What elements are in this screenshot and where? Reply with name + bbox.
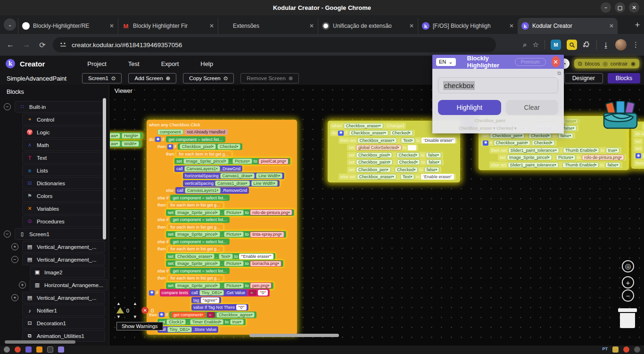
browser-tab[interactable]: Unificação de extensão✕ xyxy=(318,18,418,34)
block-row[interactable]: set xyxy=(634,138,643,145)
files-icon[interactable] xyxy=(58,346,64,353)
tab-close-icon[interactable]: ✕ xyxy=(109,23,114,29)
sidebar-item-component[interactable]: ♪Notifier1 xyxy=(22,305,105,316)
block-row[interactable]: setImage_Sprite_pincel.PicturetopixelCat… xyxy=(174,158,290,165)
block-row[interactable]: awWidth xyxy=(110,140,141,147)
browser-tab[interactable]: Extensões✕ xyxy=(218,18,318,34)
block-row[interactable]: thenfor each item in list get g... xyxy=(166,151,232,157)
expander-icon[interactable]: − xyxy=(4,103,11,110)
blocks-toggle-button[interactable]: Blocks xyxy=(608,73,640,83)
block-row[interactable]: thenfor each item in list get g... xyxy=(157,275,223,281)
tray-icon[interactable] xyxy=(612,346,619,353)
popout-icon[interactable]: ⧉ xyxy=(557,70,561,76)
block-row[interactable]: thensetSlider1_paint_tolerance.Thumb Ena… xyxy=(489,147,621,154)
block-row[interactable]: else ifget component = select list... xyxy=(157,268,230,274)
sidebar-item-component[interactable]: ▥Horizontal_Arrangeme... xyxy=(30,279,107,291)
tray-icon[interactable] xyxy=(623,346,629,353)
block-row[interactable]: tagagree xyxy=(191,297,221,304)
close-button[interactable]: ✕ xyxy=(629,2,639,13)
block-row[interactable]: setImage_Sprite_pincel.Picturetorolo-de-… xyxy=(498,154,626,161)
expander-icon[interactable]: + xyxy=(19,281,26,288)
block-row[interactable]: thenfor each item in list get g... xyxy=(157,202,223,208)
firefox-icon[interactable] xyxy=(36,346,42,353)
browser-tab[interactable]: MBlockly Highlighter Fir✕ xyxy=(118,18,218,34)
sidebar-item-text[interactable]: TText xyxy=(22,152,105,164)
block-row[interactable]: awHeight xyxy=(110,132,143,139)
block-group[interactable]: callTiny_DB1.Get Value xyxy=(190,289,247,296)
center-blocks-icon[interactable]: ◎ xyxy=(622,260,634,272)
sidebar-item-logic[interactable]: ♈Logic xyxy=(22,126,105,138)
block-row[interactable]: setImage_Sprite_pincel.Picturetotinta-sp… xyxy=(166,231,286,238)
tab-close-icon[interactable]: ✕ xyxy=(209,23,214,29)
screen-selector-button[interactable]: Screen1⊙ xyxy=(82,73,122,83)
block-row[interactable]: else ifget component = select list... xyxy=(157,239,230,245)
canvas-horizontal-scrollbar[interactable] xyxy=(249,334,339,337)
block-row[interactable]: callCanvasLayers1.DrawGrid xyxy=(174,165,242,172)
expander-icon[interactable]: − xyxy=(11,256,18,263)
taskbar-app-icon[interactable] xyxy=(4,346,10,353)
block-row[interactable]: verticalSpacingCanvas1_drawLine Width xyxy=(183,180,280,187)
profile-avatar[interactable] xyxy=(615,39,627,50)
back-icon[interactable]: ← xyxy=(5,41,16,49)
block-row[interactable]: horizontalSpacingCanvas1_drawLine Width xyxy=(183,173,284,179)
menu-export[interactable]: Export xyxy=(161,60,179,67)
block-row[interactable]: ✱if xyxy=(634,153,644,159)
premium-badge[interactable]: Premium xyxy=(515,58,546,66)
clear-button[interactable]: Clear xyxy=(506,100,558,115)
bookmark-star-icon[interactable]: ☆ xyxy=(533,41,539,49)
keyboard-layout-indicator[interactable]: PT xyxy=(602,346,608,351)
block-row[interactable]: elsesetCheckbox_eraser.TexttoEnable eras… xyxy=(339,173,456,180)
sidebar-item-component[interactable]: ▤Vertical_Arrangement_... xyxy=(22,254,105,265)
block-group[interactable]: Checkbox_pixelChecked xyxy=(178,143,242,150)
kebab-menu-icon[interactable]: ⋮ xyxy=(632,41,639,49)
block-row[interactable]: setCheckbox_paint.Checkedtofalse xyxy=(347,159,444,165)
remove-screen-button[interactable]: Remove Screen⊗ xyxy=(240,73,299,83)
block-row[interactable]: setClock1.Timer Enabledtotrue xyxy=(157,319,246,325)
block-row[interactable]: do✱ifget component = select list... xyxy=(149,136,225,143)
app-icon[interactable] xyxy=(25,346,32,353)
block-row[interactable]: then xyxy=(634,160,644,166)
block-row[interactable]: when any Checkbox.Click xyxy=(149,122,200,128)
block-row[interactable]: setCheckbox_pen.Checkedtofalse xyxy=(347,166,441,173)
block-row[interactable]: ✱ifcompare textscallTiny_DB1.Get Value=0 xyxy=(149,289,270,296)
reload-icon[interactable]: ⟳ xyxy=(37,41,48,49)
block-row[interactable]: setCheckbox_pixel.Checkedtofalse xyxy=(347,152,443,158)
tab-close-icon[interactable]: ✕ xyxy=(509,23,514,29)
zoom-icon[interactable]: ⌕ xyxy=(523,41,527,49)
forward-icon[interactable]: → xyxy=(21,41,32,49)
site-info-icon[interactable] xyxy=(59,41,67,48)
block-row[interactable]: setCheckbox_eraser.Textto Enable eraser xyxy=(166,253,275,260)
sidebar-item-component[interactable]: ▤Vertical_Arrangement_... xyxy=(22,292,105,304)
block-row[interactable]: Ch xyxy=(642,123,644,130)
block-row[interactable]: else ifget component = select list... xyxy=(157,216,230,223)
block-row[interactable]: thenfor each item in list get g... xyxy=(157,224,223,231)
terminal-icon[interactable] xyxy=(47,346,53,353)
browser-tab[interactable]: Blockly-Highlighter/RE✕ xyxy=(18,18,118,34)
menu-project[interactable]: Project xyxy=(87,60,106,67)
tray-icon[interactable] xyxy=(634,346,640,353)
highlight-search-input[interactable]: checkbox xyxy=(438,77,558,93)
language-select[interactable]: EN⌄ xyxy=(436,58,456,66)
trash-icon[interactable] xyxy=(618,310,637,331)
extension-m-icon[interactable]: M xyxy=(551,40,561,50)
maximize-button[interactable]: ▢ xyxy=(615,2,625,13)
copy-screen-button[interactable]: Copy Screen⊙ xyxy=(183,73,234,83)
block-row[interactable]: setImage_Sprite_pincel.Picturetopen.png xyxy=(166,282,273,289)
sidebar-item-dictionaries[interactable]: ⊟Dictionaries xyxy=(22,177,105,189)
sidebar-item-colors[interactable]: ⚑Colors xyxy=(22,190,105,202)
tab-close-icon[interactable]: ✕ xyxy=(609,23,614,29)
block-row[interactable]: setImage_Sprite_pincel.Picturetoborracha… xyxy=(166,260,283,267)
block-row[interactable]: doset xyxy=(634,131,644,137)
zoom-in-icon[interactable]: + xyxy=(622,276,634,288)
minimize-button[interactable]: – xyxy=(601,2,611,13)
sidebar-vertical-scrollbar[interactable] xyxy=(103,98,106,239)
sidebar-item-component[interactable]: ⊡Decoration1 xyxy=(22,317,105,329)
browser-tab[interactable]: k[F/OS] Blockly Highligh✕ xyxy=(418,18,518,34)
sidebar-item-builtin[interactable]: ∷Built-in xyxy=(15,101,105,113)
new-tab-button[interactable]: + xyxy=(631,18,644,32)
sidebar-item-variables[interactable]: ✕Variables xyxy=(22,203,105,214)
popup-close-icon[interactable]: ✕ xyxy=(552,56,560,67)
add-screen-button[interactable]: Add Screen⊕ xyxy=(128,73,176,83)
error-up-arrow[interactable]: ▲ xyxy=(133,302,137,306)
block-row[interactable]: do✱ifCheckbox_eraserChecked xyxy=(330,130,415,136)
